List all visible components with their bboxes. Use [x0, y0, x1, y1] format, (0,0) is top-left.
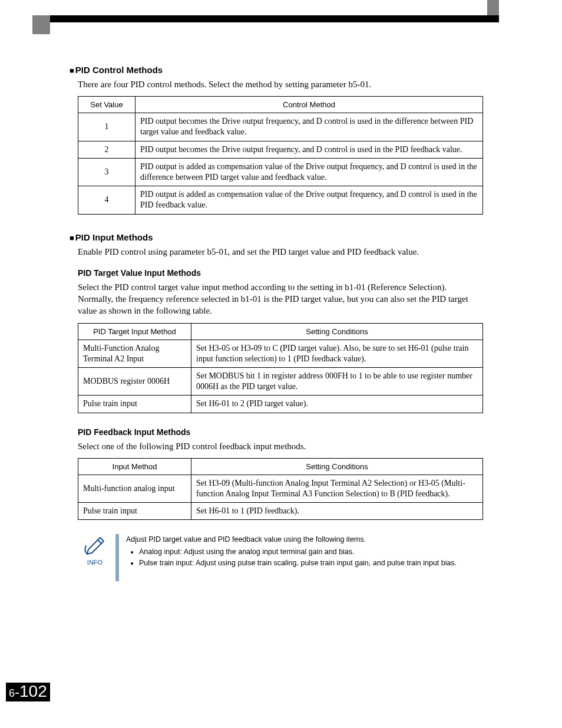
intro-target-value: Select the PID control target value inpu…: [78, 281, 482, 317]
cell-input-method: Pulse train input: [78, 503, 191, 520]
chapter-number: 6: [9, 687, 15, 699]
cell-setting-conditions: Set MODBUS bit 1 in register address 000…: [191, 367, 483, 395]
cell-setting-conditions: Set H6-01 to 2 (PID target value).: [191, 396, 483, 413]
info-label: INFO: [87, 559, 103, 566]
cell-set-value: 2: [78, 141, 135, 158]
table-row: 1 PID output becomes the Drive output fr…: [78, 113, 483, 141]
info-lead: Adjust PID target value and PID feedback…: [126, 535, 366, 543]
th-control-method: Control Method: [135, 97, 483, 113]
cell-input-method: Multi-function analog input: [78, 475, 191, 502]
header-tab: [487, 0, 499, 15]
section-title-pid-control-methods: PID Control Methods: [70, 65, 482, 75]
table-row: Multi-function analog input Set H3-09 (M…: [78, 475, 483, 502]
cell-control-method: PID output becomes the Drive output freq…: [135, 113, 483, 141]
section-title-pid-input-methods: PID Input Methods: [70, 232, 482, 242]
th-setting-conditions: Setting Conditions: [191, 458, 483, 475]
header-bar: [32, 15, 499, 22]
info-bullet: Analog input: Adjust using the analog in…: [139, 546, 482, 558]
cell-control-method: PID output is added as compensation valu…: [135, 186, 483, 214]
cell-input-method: Pulse train input: [78, 396, 191, 413]
subheading-feedback: PID Feedback Input Methods: [78, 427, 482, 437]
info-bullet: Pulse train input: Adjust using pulse tr…: [139, 558, 482, 569]
content-area: PID Control Methods There are four PID c…: [70, 65, 482, 581]
info-icon-wrap: INFO: [78, 534, 112, 566]
cell-setting-conditions: Set H6-01 to 1 (PID feedback).: [191, 503, 483, 520]
th-target-input-method: PID Target Input Method: [78, 323, 191, 340]
cell-control-method: PID output is added as compensation valu…: [135, 158, 483, 186]
table-row: Pulse train input Set H6-01 to 1 (PID fe…: [78, 503, 483, 520]
table-row: MODBUS register 0006H Set MODBUS bit 1 i…: [78, 367, 483, 395]
intro-pid-input-methods: Enable PID control using parameter b5-01…: [78, 246, 482, 258]
subheading-target-value: PID Target Value Input Methods: [78, 268, 482, 278]
cell-input-method: MODBUS register 0006H: [78, 367, 191, 395]
table-control-methods: Set Value Control Method 1 PID output be…: [78, 96, 483, 214]
table-row: 3 PID output is added as compensation va…: [78, 158, 483, 186]
info-bar: [115, 534, 119, 581]
table-row: Multi-Function Analog Terminal A2 Input …: [78, 340, 483, 367]
page-number: 6-102: [6, 683, 50, 701]
page-number-value: 102: [19, 682, 47, 700]
info-block: INFO Adjust PID target value and PID fee…: [78, 534, 482, 581]
table-row: Pulse train input Set H6-01 to 2 (PID ta…: [78, 396, 483, 413]
cell-set-value: 3: [78, 158, 135, 186]
th-input-method: Input Method: [78, 458, 191, 475]
cell-set-value: 1: [78, 113, 135, 141]
intro-pid-control-methods: There are four PID control methods. Sele…: [78, 78, 482, 90]
table-target-input: PID Target Input Method Setting Conditio…: [78, 323, 483, 413]
th-set-value: Set Value: [78, 97, 135, 113]
table-row: 2 PID output becomes the Drive output fr…: [78, 141, 483, 158]
cell-control-method: PID output becomes the Drive output freq…: [135, 141, 483, 158]
table-feedback-input: Input Method Setting Conditions Multi-fu…: [78, 458, 483, 521]
cell-setting-conditions: Set H3-09 (Multi-function Analog Input T…: [191, 475, 483, 502]
intro-feedback: Select one of the following PID control …: [78, 440, 482, 452]
cell-setting-conditions: Set H3-05 or H3-09 to C (PID target valu…: [191, 340, 483, 367]
header-square: [32, 15, 50, 34]
table-row: 4 PID output is added as compensation va…: [78, 186, 483, 214]
th-setting-conditions: Setting Conditions: [191, 323, 483, 340]
page: PID Control Methods There are four PID c…: [0, 0, 562, 728]
cell-input-method: Multi-Function Analog Terminal A2 Input: [78, 340, 191, 367]
pencil-icon: [82, 534, 107, 558]
info-text: Adjust PID target value and PID feedback…: [126, 534, 482, 568]
cell-set-value: 4: [78, 186, 135, 214]
